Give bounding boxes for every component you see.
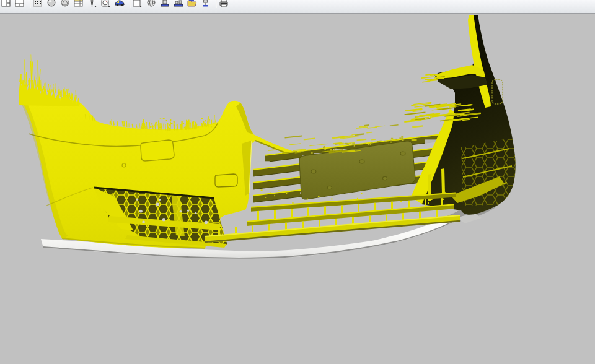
wireframe-sphere-icon[interactable]: [146, 0, 156, 8]
table-icon[interactable]: [74, 0, 84, 8]
probe-icon[interactable]: [87, 0, 97, 8]
sphere-icon[interactable]: [46, 0, 56, 8]
bumper-scan-model: [0, 14, 595, 364]
split-view-vertical-icon[interactable]: [1, 0, 11, 8]
gauge-icon[interactable]: [101, 0, 111, 8]
car-icon[interactable]: [115, 0, 125, 8]
split-view-horizontal-icon[interactable]: [15, 0, 25, 8]
platform-icon[interactable]: [174, 0, 183, 8]
toolbar-separator: [130, 0, 131, 8]
toolbar: [0, 0, 595, 14]
window-page-icon[interactable]: [133, 0, 143, 8]
align-object-icon[interactable]: [160, 0, 170, 8]
toolbar-separator: [216, 0, 217, 8]
grid-points-icon[interactable]: [33, 0, 43, 8]
printer-icon[interactable]: [219, 0, 229, 8]
lamp-icon[interactable]: [201, 0, 211, 8]
open-folder-icon[interactable]: [187, 0, 197, 8]
3d-viewport[interactable]: [0, 14, 595, 364]
toolbar-separator: [30, 0, 31, 8]
application-window: [0, 0, 595, 364]
sphere-mesh-icon[interactable]: [60, 0, 70, 8]
